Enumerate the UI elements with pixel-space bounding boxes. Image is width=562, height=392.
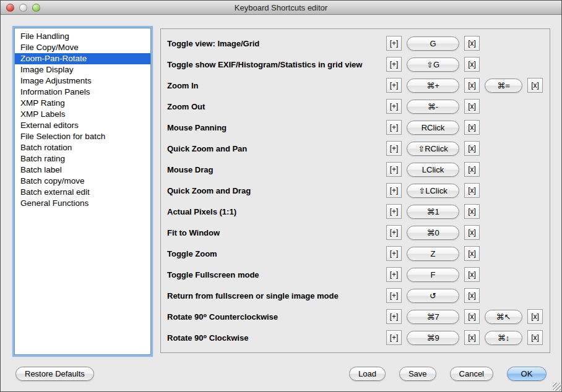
shortcut-key2-button[interactable]: ⌘↖	[485, 310, 522, 324]
remove-shortcut-button[interactable]: [x]	[464, 162, 480, 177]
remove-shortcut-button[interactable]: [x]	[464, 183, 480, 198]
sidebar-item-image-adjustments[interactable]: Image Adjustments	[15, 75, 150, 87]
shortcut-key-button[interactable]: F	[407, 268, 459, 282]
sidebar-item-xmp-rating[interactable]: XMP Rating	[15, 98, 150, 109]
add-shortcut-button[interactable]: [+]	[386, 36, 402, 51]
sidebar-item-xmp-labels[interactable]: XMP Labels	[15, 109, 150, 120]
shortcut-key-button[interactable]: LClick	[407, 163, 459, 177]
remove-shortcut-button[interactable]: [x]	[464, 225, 480, 240]
save-button[interactable]: Save	[399, 367, 436, 381]
shortcut-key-button[interactable]: ⌘9	[407, 331, 459, 345]
add-shortcut-button[interactable]: [+]	[386, 120, 402, 135]
shortcut-controls: [+] F [x]	[386, 267, 480, 282]
shortcut-key-button[interactable]: ↺	[407, 289, 459, 303]
remove-shortcut-button[interactable]: [x]	[464, 330, 480, 345]
remove-shortcut-button[interactable]: [x]	[464, 141, 480, 156]
remove-shortcut-button[interactable]: [x]	[464, 288, 480, 303]
shortcut-key-button[interactable]: RClick	[407, 121, 459, 135]
sidebar-item-file-copy-move[interactable]: File Copy/Move	[15, 42, 150, 53]
shortcut-row-zoom-out: Zoom Out [+] ⌘- [x]	[161, 96, 550, 117]
add-shortcut-button[interactable]: [+]	[386, 183, 402, 198]
shortcut-row-rotate-ccw: Rotate 90⁰ Counterclockwise [+] ⌘7 [x] ⌘…	[161, 306, 550, 327]
sidebar-item-batch-external-edit[interactable]: Batch external edit	[15, 187, 150, 198]
restore-defaults-button[interactable]: Restore Defaults	[15, 367, 94, 381]
add-shortcut-button[interactable]: [+]	[386, 288, 402, 303]
shortcut-row-toggle-exif: Toggle show EXIF/Histogram/Statistics in…	[161, 54, 550, 75]
shortcut-key2-button[interactable]: ⌘↕	[485, 331, 522, 345]
add-shortcut-button[interactable]: [+]	[386, 78, 402, 93]
add-shortcut-button[interactable]: [+]	[386, 330, 402, 345]
add-shortcut-button[interactable]: [+]	[386, 99, 402, 114]
sidebar-item-general-functions[interactable]: General Functions	[15, 198, 150, 209]
sidebar-item-zoom-pan-rotate[interactable]: Zoom-Pan-Rotate	[15, 53, 150, 64]
shortcut-row-fit-to-window: Fit to Window [+] ⌘0 [x]	[161, 222, 550, 243]
ok-button[interactable]: OK	[507, 367, 547, 381]
shortcut-row-quick-zoom-drag: Quick Zoom and Drag [+] ⇧LClick [x]	[161, 180, 550, 201]
shortcut-controls: [+] RClick [x]	[386, 120, 480, 135]
shortcut-key-button[interactable]: ⇧G	[407, 58, 459, 72]
remove-shortcut-button[interactable]: [x]	[464, 204, 480, 219]
remove-shortcut2-button[interactable]: [x]	[527, 309, 543, 324]
shortcut-key-button[interactable]: ⇧LClick	[407, 184, 459, 198]
add-shortcut-button[interactable]: [+]	[386, 225, 402, 240]
shortcut-label: Zoom Out	[167, 102, 205, 111]
keyboard-shortcuts-editor-window: Keyboard Shortcuts editor File Handling …	[0, 0, 562, 392]
shortcut-key-button[interactable]: ⌘+	[407, 79, 459, 93]
add-shortcut-button[interactable]: [+]	[386, 57, 402, 72]
shortcut-row-return-from-fullscreen: Return from fullscreen or single image m…	[161, 285, 550, 306]
sidebar-item-file-handling[interactable]: File Handling	[15, 31, 150, 42]
shortcut-label: Toggle Zoom	[167, 249, 217, 258]
sidebar-item-file-selection-for-batch[interactable]: File Selection for batch	[15, 131, 150, 142]
shortcut-key-button[interactable]: ⌘7	[407, 310, 459, 324]
shortcut-key-button[interactable]: ⌘1	[407, 205, 459, 219]
cancel-button[interactable]: Cancel	[450, 367, 493, 381]
remove-shortcut-button[interactable]: [x]	[464, 57, 480, 72]
shortcut-key-button[interactable]: ⇧RClick	[407, 142, 459, 156]
add-shortcut-button[interactable]: [+]	[386, 141, 402, 156]
sidebar-item-image-display[interactable]: Image Display	[15, 64, 150, 75]
remove-shortcut-button[interactable]: [x]	[464, 78, 480, 93]
shortcut-controls: [+] ⌘7 [x] ⌘↖ [x]	[386, 309, 543, 324]
add-shortcut-button[interactable]: [+]	[386, 267, 402, 282]
sidebar-item-batch-rotation[interactable]: Batch rotation	[15, 142, 150, 153]
shortcut-key-button[interactable]: Z	[407, 247, 459, 261]
shortcut-controls: [+] G [x]	[386, 36, 480, 51]
category-list[interactable]: File Handling File Copy/Move Zoom-Pan-Ro…	[14, 28, 151, 355]
remove-shortcut2-button[interactable]: [x]	[527, 78, 543, 93]
shortcut-row-mouse-drag: Mouse Drag [+] LClick [x]	[161, 159, 550, 180]
shortcut-label: Toggle Fullscreen mode	[167, 270, 259, 279]
footer-button-group: Load Save Cancel OK	[349, 367, 547, 381]
sidebar-item-information-panels[interactable]: Information Panels	[15, 87, 150, 98]
title-bar[interactable]: Keyboard Shortcuts editor	[1, 1, 561, 15]
sidebar-item-batch-label[interactable]: Batch label	[15, 164, 150, 176]
close-icon[interactable]	[6, 4, 14, 12]
remove-shortcut-button[interactable]: [x]	[464, 309, 480, 324]
remove-shortcut2-button[interactable]: [x]	[527, 330, 543, 345]
resize-grip-icon[interactable]	[553, 383, 561, 391]
shortcut-key-button[interactable]: ⌘0	[407, 226, 459, 240]
shortcut-key2-button[interactable]: ⌘=	[485, 79, 522, 93]
add-shortcut-button[interactable]: [+]	[386, 162, 402, 177]
shortcut-label: Fit to Window	[167, 228, 220, 237]
load-button[interactable]: Load	[349, 367, 386, 381]
remove-shortcut-button[interactable]: [x]	[464, 246, 480, 261]
shortcut-label: Zoom In	[167, 81, 199, 90]
add-shortcut-button[interactable]: [+]	[386, 309, 402, 324]
shortcut-key-button[interactable]: G	[407, 36, 459, 51]
remove-shortcut-button[interactable]: [x]	[464, 36, 480, 51]
remove-shortcut-button[interactable]: [x]	[464, 267, 480, 282]
remove-shortcut-button[interactable]: [x]	[464, 120, 480, 135]
shortcut-controls: [+] ⇧LClick [x]	[386, 183, 480, 198]
sidebar-item-external-editors[interactable]: External editors	[15, 120, 150, 131]
sidebar-item-batch-copy-move[interactable]: Batch copy/move	[15, 176, 150, 187]
shortcut-label: Rotate 90⁰ Clockwise	[167, 333, 248, 343]
add-shortcut-button[interactable]: [+]	[386, 204, 402, 219]
add-shortcut-button[interactable]: [+]	[386, 246, 402, 261]
minimize-icon[interactable]	[19, 4, 27, 12]
shortcut-label: Return from fullscreen or single image m…	[167, 291, 339, 300]
shortcut-controls: [+] ↺ [x]	[386, 288, 480, 303]
sidebar-item-batch-rating[interactable]: Batch rating	[15, 153, 150, 164]
zoom-icon[interactable]	[32, 4, 40, 12]
shortcut-key-button[interactable]: ⌘-	[407, 100, 459, 114]
remove-shortcut-button[interactable]: [x]	[464, 99, 480, 114]
